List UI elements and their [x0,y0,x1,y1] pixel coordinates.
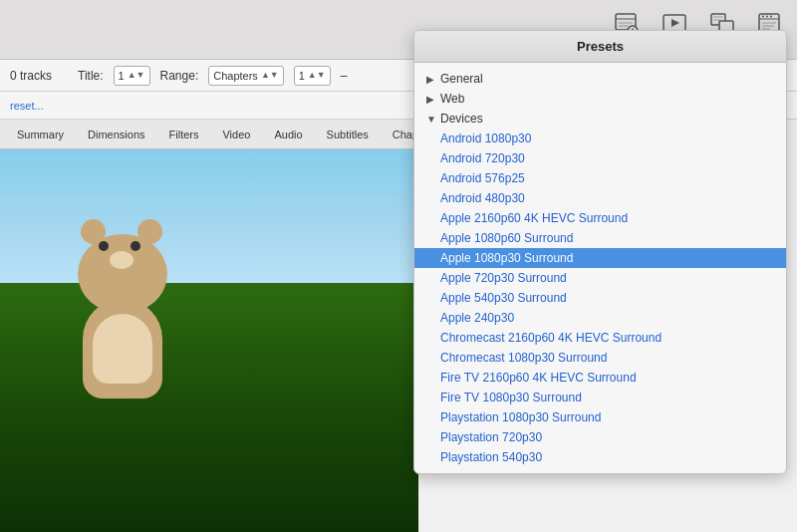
preset-android-720p30[interactable]: Android 720p30 [414,148,786,168]
presets-content: ▶ General ▶ Web ▼ Devices Android 1080p3… [414,63,786,473]
char-nose [110,251,133,269]
svg-point-21 [766,15,768,17]
range-dash: – [341,69,348,83]
preset-group-devices[interactable]: ▼ Devices [414,109,786,129]
preset-android-480p30[interactable]: Android 480p30 [414,188,786,208]
character [63,219,202,399]
preset-playstation-540p30[interactable]: Playstation 540p30 [414,447,786,467]
char-eye-right [131,241,140,251]
web-arrow: ▶ [426,94,436,105]
tracks-text: 0 tracks [10,69,52,83]
svg-point-20 [762,15,764,17]
preset-apple-1080p30[interactable]: Apple 1080p30 Surround [414,248,786,268]
tab-dimensions[interactable]: Dimensions [77,124,155,145]
preset-firetv-2160p60[interactable]: Fire TV 2160p60 4K HEVC Surround [414,368,786,388]
tab-subtitles[interactable]: Subtitles [316,124,380,145]
web-label: Web [440,92,464,106]
preset-group-web[interactable]: ▶ Web [414,89,786,109]
range-arrows: ▲▼ [261,71,279,80]
stepper-arrows: ▲▼ [128,71,145,80]
presets-panel: Presets ▶ General ▶ Web ▼ Devices Androi… [413,30,787,474]
char-eye-left [99,241,109,251]
title-label: Title: [78,69,104,83]
general-arrow: ▶ [426,74,436,85]
preset-apple-540p30[interactable]: Apple 540p30 Surround [414,288,786,308]
preset-link[interactable]: reset... [10,100,44,112]
video-scene [0,149,418,532]
tab-video[interactable]: Video [211,124,261,145]
video-preview [0,149,418,532]
preset-apple-720p30[interactable]: Apple 720p30 Surround [414,268,786,288]
preset-firetv-1080p30[interactable]: Fire TV 1080p30 Surround [414,388,786,407]
preset-apple-240p30[interactable]: Apple 240p30 [414,308,786,328]
video-frame [0,149,418,532]
range-select[interactable]: Chapters ▲▼ [208,66,283,86]
tab-summary[interactable]: Summary [6,124,75,145]
svg-point-22 [770,15,772,17]
tab-filters[interactable]: Filters [158,124,210,145]
title-value: 1 [119,70,125,82]
char-belly [93,314,152,384]
range-label: Range: [160,69,199,83]
title-stepper[interactable]: 1 ▲▼ [114,66,150,86]
preset-android-576p25[interactable]: Android 576p25 [414,168,786,188]
preset-group-general[interactable]: ▶ General [414,69,786,89]
devices-arrow: ▼ [426,114,436,125]
general-label: General [440,72,483,86]
chapter-start-stepper[interactable]: 1 ▲▼ [294,66,331,86]
preset-chromecast-1080p30[interactable]: Chromecast 1080p30 Surround [414,348,786,368]
preset-apple-2160p60-4k[interactable]: Apple 2160p60 4K HEVC Surround [414,208,786,228]
tab-audio[interactable]: Audio [263,124,313,145]
range-value: Chapters [213,70,258,82]
chapter-start: 1 [299,70,305,82]
preset-playstation-1080p30[interactable]: Playstation 1080p30 Surround [414,407,786,427]
chapter-stepper-arrows: ▲▼ [308,71,326,80]
tabs-row: Summary Dimensions Filters Video Audio S… [0,120,418,149]
preset-chromecast-2160p60[interactable]: Chromecast 2160p60 4K HEVC Surround [414,328,786,348]
preset-apple-1080p60[interactable]: Apple 1080p60 Surround [414,228,786,248]
presets-panel-title: Presets [414,31,786,63]
preset-playstation-720p30[interactable]: Playstation 720p30 [414,427,786,447]
preset-android-1080p30[interactable]: Android 1080p30 [414,129,786,148]
devices-label: Devices [440,112,483,126]
